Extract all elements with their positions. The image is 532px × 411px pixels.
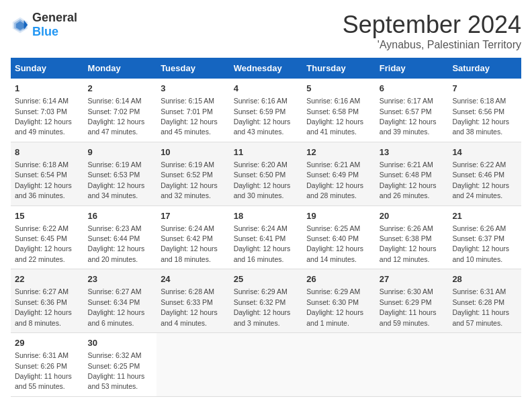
day-number: 21	[452, 210, 517, 222]
day-info: Sunrise: 6:15 AMSunset: 7:01 PMDaylight:…	[161, 97, 218, 136]
day-cell: 17 Sunrise: 6:24 AMSunset: 6:42 PMDaylig…	[157, 205, 230, 269]
calendar-table: SundayMondayTuesdayWednesdayThursdayFrid…	[11, 58, 521, 397]
day-number: 7	[452, 83, 517, 95]
day-number: 3	[161, 83, 226, 95]
header-wednesday: Wednesday	[230, 58, 303, 79]
day-cell: 7 Sunrise: 6:18 AMSunset: 6:56 PMDayligh…	[448, 79, 521, 142]
day-info: Sunrise: 6:31 AMSunset: 6:28 PMDaylight:…	[452, 287, 509, 326]
day-info: Sunrise: 6:14 AMSunset: 7:02 PMDaylight:…	[88, 97, 145, 136]
day-number: 4	[234, 83, 299, 95]
day-number: 24	[161, 273, 226, 285]
day-cell	[230, 333, 303, 397]
day-cell: 13 Sunrise: 6:21 AMSunset: 6:48 PMDaylig…	[375, 142, 449, 205]
day-cell: 15 Sunrise: 6:22 AMSunset: 6:45 PMDaylig…	[11, 205, 84, 269]
day-cell	[375, 333, 449, 397]
day-cell: 2 Sunrise: 6:14 AMSunset: 7:02 PMDayligh…	[84, 79, 157, 142]
logo-text: General Blue	[32, 11, 77, 39]
day-cell: 1 Sunrise: 6:14 AMSunset: 7:03 PMDayligh…	[11, 79, 84, 142]
day-info: Sunrise: 6:16 AMSunset: 6:59 PMDaylight:…	[234, 97, 291, 136]
calendar-header: SundayMondayTuesdayWednesdayThursdayFrid…	[11, 58, 521, 79]
day-cell: 10 Sunrise: 6:19 AMSunset: 6:52 PMDaylig…	[157, 142, 230, 205]
day-cell: 4 Sunrise: 6:16 AMSunset: 6:59 PMDayligh…	[230, 79, 303, 142]
title-area: September 2024 'Aynabus, Palestinian Ter…	[343, 11, 521, 51]
week-row-5: 29 Sunrise: 6:31 AMSunset: 6:26 PMDaylig…	[11, 333, 521, 397]
day-number: 2	[88, 83, 153, 95]
day-cell: 24 Sunrise: 6:28 AMSunset: 6:33 PMDaylig…	[157, 269, 230, 333]
day-cell: 22 Sunrise: 6:27 AMSunset: 6:36 PMDaylig…	[11, 269, 84, 333]
day-info: Sunrise: 6:18 AMSunset: 6:56 PMDaylight:…	[452, 97, 509, 136]
day-info: Sunrise: 6:32 AMSunset: 6:25 PMDaylight:…	[88, 351, 145, 390]
day-info: Sunrise: 6:27 AMSunset: 6:34 PMDaylight:…	[88, 287, 145, 326]
day-cell: 25 Sunrise: 6:29 AMSunset: 6:32 PMDaylig…	[230, 269, 303, 333]
day-cell: 29 Sunrise: 6:31 AMSunset: 6:26 PMDaylig…	[11, 333, 84, 397]
day-cell: 26 Sunrise: 6:29 AMSunset: 6:30 PMDaylig…	[302, 269, 375, 333]
day-cell: 6 Sunrise: 6:17 AMSunset: 6:57 PMDayligh…	[375, 79, 449, 142]
header-row: SundayMondayTuesdayWednesdayThursdayFrid…	[11, 58, 521, 79]
day-info: Sunrise: 6:21 AMSunset: 6:48 PMDaylight:…	[380, 161, 437, 199]
header-thursday: Thursday	[302, 58, 375, 79]
day-info: Sunrise: 6:26 AMSunset: 6:38 PMDaylight:…	[380, 224, 437, 263]
day-cell: 9 Sunrise: 6:19 AMSunset: 6:53 PMDayligh…	[84, 142, 157, 205]
day-info: Sunrise: 6:19 AMSunset: 6:52 PMDaylight:…	[161, 161, 218, 199]
day-cell: 23 Sunrise: 6:27 AMSunset: 6:34 PMDaylig…	[84, 269, 157, 333]
day-number: 18	[234, 210, 299, 222]
day-cell: 3 Sunrise: 6:15 AMSunset: 7:01 PMDayligh…	[157, 79, 230, 142]
day-info: Sunrise: 6:22 AMSunset: 6:45 PMDaylight:…	[15, 224, 72, 263]
header-saturday: Saturday	[448, 58, 521, 79]
day-info: Sunrise: 6:23 AMSunset: 6:44 PMDaylight:…	[88, 224, 145, 263]
logo-icon	[11, 15, 30, 34]
day-number: 9	[88, 146, 153, 158]
header-friday: Friday	[375, 58, 449, 79]
day-cell: 19 Sunrise: 6:25 AMSunset: 6:40 PMDaylig…	[302, 205, 375, 269]
day-cell: 27 Sunrise: 6:30 AMSunset: 6:29 PMDaylig…	[375, 269, 449, 333]
day-info: Sunrise: 6:19 AMSunset: 6:53 PMDaylight:…	[88, 161, 145, 199]
day-number: 20	[380, 210, 445, 222]
logo-blue: Blue	[32, 25, 58, 38]
day-number: 23	[88, 273, 153, 285]
day-number: 15	[15, 210, 80, 222]
day-cell: 20 Sunrise: 6:26 AMSunset: 6:38 PMDaylig…	[375, 205, 449, 269]
day-number: 12	[306, 146, 371, 158]
day-info: Sunrise: 6:27 AMSunset: 6:36 PMDaylight:…	[15, 287, 72, 326]
header-sunday: Sunday	[11, 58, 84, 79]
day-info: Sunrise: 6:16 AMSunset: 6:58 PMDaylight:…	[306, 97, 363, 136]
day-info: Sunrise: 6:20 AMSunset: 6:50 PMDaylight:…	[234, 161, 291, 199]
day-info: Sunrise: 6:14 AMSunset: 7:03 PMDaylight:…	[15, 97, 72, 136]
day-number: 26	[306, 273, 371, 285]
day-number: 25	[234, 273, 299, 285]
day-cell	[157, 333, 230, 397]
day-cell: 8 Sunrise: 6:18 AMSunset: 6:54 PMDayligh…	[11, 142, 84, 205]
day-number: 30	[88, 337, 153, 349]
day-number: 28	[452, 273, 517, 285]
week-row-3: 15 Sunrise: 6:22 AMSunset: 6:45 PMDaylig…	[11, 205, 521, 269]
week-row-1: 1 Sunrise: 6:14 AMSunset: 7:03 PMDayligh…	[11, 79, 521, 142]
day-number: 17	[161, 210, 226, 222]
header-monday: Monday	[84, 58, 157, 79]
day-number: 13	[380, 146, 445, 158]
day-info: Sunrise: 6:31 AMSunset: 6:26 PMDaylight:…	[15, 351, 72, 390]
header-tuesday: Tuesday	[157, 58, 230, 79]
day-info: Sunrise: 6:18 AMSunset: 6:54 PMDaylight:…	[15, 161, 72, 199]
day-cell: 5 Sunrise: 6:16 AMSunset: 6:58 PMDayligh…	[302, 79, 375, 142]
week-row-4: 22 Sunrise: 6:27 AMSunset: 6:36 PMDaylig…	[11, 269, 521, 333]
day-number: 5	[306, 83, 371, 95]
day-info: Sunrise: 6:22 AMSunset: 6:46 PMDaylight:…	[452, 161, 509, 199]
day-cell	[302, 333, 375, 397]
day-info: Sunrise: 6:25 AMSunset: 6:40 PMDaylight:…	[306, 224, 363, 263]
day-info: Sunrise: 6:29 AMSunset: 6:30 PMDaylight:…	[306, 287, 363, 326]
day-number: 11	[234, 146, 299, 158]
day-info: Sunrise: 6:24 AMSunset: 6:41 PMDaylight:…	[234, 224, 291, 263]
day-number: 1	[15, 83, 80, 95]
day-info: Sunrise: 6:24 AMSunset: 6:42 PMDaylight:…	[161, 224, 218, 263]
logo-general: General	[32, 11, 77, 24]
day-number: 27	[380, 273, 445, 285]
day-number: 19	[306, 210, 371, 222]
day-cell	[448, 333, 521, 397]
day-number: 10	[161, 146, 226, 158]
calendar-body: 1 Sunrise: 6:14 AMSunset: 7:03 PMDayligh…	[11, 79, 521, 396]
week-row-2: 8 Sunrise: 6:18 AMSunset: 6:54 PMDayligh…	[11, 142, 521, 205]
day-number: 6	[380, 83, 445, 95]
page-header: General Blue September 2024 'Aynabus, Pa…	[11, 11, 521, 51]
day-cell: 21 Sunrise: 6:26 AMSunset: 6:37 PMDaylig…	[448, 205, 521, 269]
day-cell: 30 Sunrise: 6:32 AMSunset: 6:25 PMDaylig…	[84, 333, 157, 397]
